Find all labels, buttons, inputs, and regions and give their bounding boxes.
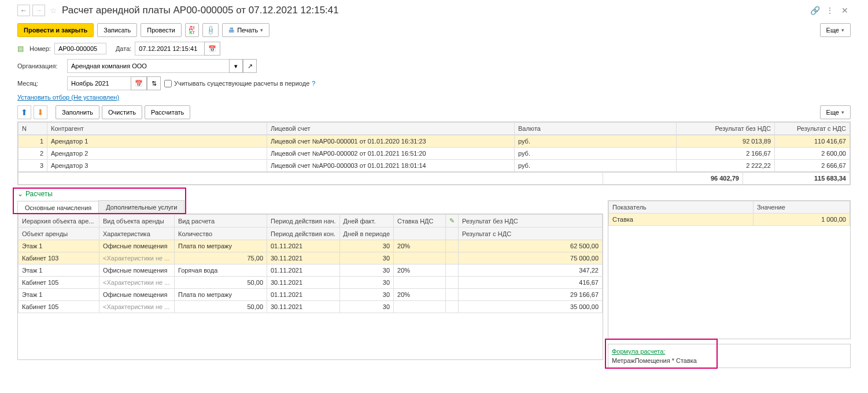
totals-row: 96 402,79 115 683,34: [19, 172, 850, 185]
month-input[interactable]: [67, 76, 131, 90]
table-more-button[interactable]: Еще▾: [820, 105, 851, 119]
formula-text: МетражПомещения * Ставка: [612, 357, 847, 364]
col-n[interactable]: N: [19, 123, 47, 135]
help-icon[interactable]: ?: [312, 80, 315, 87]
table-row[interactable]: Этаж 1Офисные помещенияПлата по метражу0…: [19, 240, 603, 252]
col-currency[interactable]: Валюта: [515, 123, 677, 135]
number-input[interactable]: [54, 43, 106, 54]
table-row[interactable]: 3Арендатор 3Лицевой счет №АР00-000003 от…: [19, 160, 850, 172]
toolbar-more-button[interactable]: Еще▾: [820, 23, 851, 37]
dtkt-button[interactable]: ДтКт: [185, 23, 199, 37]
col-counterparty[interactable]: Контрагент: [47, 123, 267, 135]
attach-button[interactable]: 📎: [202, 23, 219, 37]
fill-button[interactable]: Заполнить: [56, 105, 99, 119]
detail-table[interactable]: Иерархия объекта аре... Вид объекта арен…: [18, 214, 603, 313]
favorite-icon[interactable]: ☆: [50, 6, 57, 15]
formula-label[interactable]: Формула расчета:: [612, 348, 847, 355]
record-button[interactable]: Записать: [97, 23, 137, 37]
conduct-close-button[interactable]: Провести и закрыть: [17, 23, 94, 37]
page-title: Расчет арендной платы АР00-000005 от 07.…: [62, 5, 339, 16]
nav-back-button[interactable]: ←: [17, 5, 30, 16]
table-row[interactable]: 2Арендатор 2Лицевой счет №АР00-000002 от…: [19, 148, 850, 160]
table-row[interactable]: Кабинет 105<Характеристики не ...50,0030…: [19, 301, 603, 313]
calculations-section-toggle[interactable]: ⌄ Расчеты: [17, 190, 53, 198]
org-open-button[interactable]: ↗: [243, 59, 257, 73]
document-icon: ▤: [17, 45, 24, 53]
indicators-table[interactable]: Показатель Значение Ставка1 000,00: [608, 201, 850, 226]
move-down-button[interactable]: ⬇: [34, 105, 47, 119]
main-table[interactable]: N Контрагент Лицевой счет Валюта Результ…: [18, 122, 850, 135]
month-picker-button[interactable]: 📅: [131, 76, 147, 90]
org-label: Организация:: [17, 63, 64, 69]
table-row[interactable]: Кабинет 103<Характеристики не ...75,0030…: [19, 252, 603, 265]
edit-icon[interactable]: ✎: [446, 215, 459, 227]
move-up-button[interactable]: ⬆: [17, 105, 31, 119]
date-input[interactable]: [135, 42, 204, 56]
month-label: Месяц:: [17, 80, 64, 87]
conduct-button[interactable]: Провести: [141, 23, 182, 37]
col-result-vat[interactable]: Результат с НДС: [775, 123, 850, 135]
filter-link[interactable]: Установить отбор (Не установлен): [17, 94, 119, 101]
date-picker-button[interactable]: 📅: [204, 42, 220, 56]
consider-existing-label: Учитывать существующие расчеты в периоде: [174, 80, 309, 87]
nav-forward-button[interactable]: →: [32, 5, 45, 16]
clear-button[interactable]: Очистить: [102, 105, 142, 119]
table-row[interactable]: Этаж 1Офисные помещенияГорячая вода01.11…: [19, 265, 603, 277]
col-result-no-vat[interactable]: Результат без НДС: [677, 123, 775, 135]
tab-main-charges[interactable]: Основные начисления: [17, 201, 99, 214]
print-button[interactable]: 🖶Печать▾: [222, 23, 269, 37]
org-dropdown-button[interactable]: ▾: [229, 59, 243, 73]
table-row[interactable]: Кабинет 105<Характеристики не ...50,0030…: [19, 277, 603, 289]
chevron-down-icon: ⌄: [17, 190, 23, 198]
formula-box: Формула расчета: МетражПомещения * Ставк…: [608, 344, 851, 368]
table-row[interactable]: 1Арендатор 1Лицевой счет №АР00-000001 от…: [19, 135, 850, 148]
number-label: Номер:: [29, 45, 51, 52]
close-icon[interactable]: ✕: [839, 5, 851, 16]
calculate-button[interactable]: Рассчитать: [145, 105, 190, 119]
table-row[interactable]: Этаж 1Офисные помещенияПлата по метражу0…: [19, 289, 603, 301]
month-spinner-button[interactable]: ⇅: [147, 76, 161, 90]
table-row[interactable]: Ставка1 000,00: [609, 214, 850, 226]
col-account[interactable]: Лицевой счет: [267, 123, 515, 135]
link-icon[interactable]: 🔗: [809, 5, 821, 16]
more-menu-icon[interactable]: ⋮: [824, 5, 836, 16]
consider-existing-checkbox[interactable]: [164, 80, 172, 87]
tab-additional-services[interactable]: Дополнительные услуги: [98, 200, 184, 214]
org-input[interactable]: [67, 59, 229, 73]
date-label: Дата:: [116, 45, 131, 52]
